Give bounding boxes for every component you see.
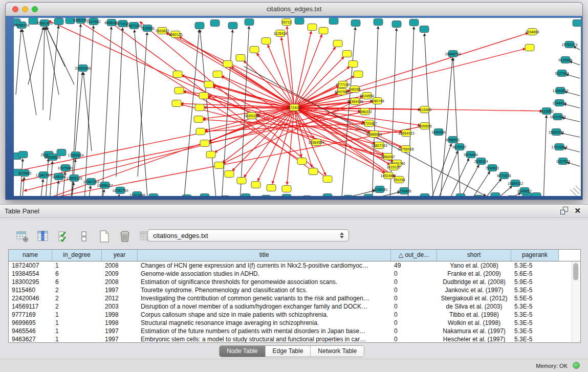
graph-node[interactable] [214, 162, 224, 169]
table-row[interactable]: 969969511998Structural magnetic resonanc… [9, 319, 580, 327]
graph-node[interactable]: 1167533 [556, 158, 570, 165]
window-titlebar[interactable]: citations_edges.txt [6, 3, 582, 16]
graph-node[interactable] [420, 26, 429, 33]
graph-node[interactable] [200, 140, 209, 147]
graph-node[interactable]: 9129996 [558, 57, 572, 63]
network-canvas[interactable]: 1872400795723112543419384554183002959777… [14, 18, 581, 196]
graph-node[interactable] [354, 71, 363, 78]
graph-node[interactable] [319, 28, 328, 34]
graph-node[interactable] [196, 128, 205, 135]
column-header-2[interactable]: year [102, 250, 138, 261]
table-row[interactable]: 1830029562008Estimation of significance … [9, 278, 580, 286]
column-header-5[interactable]: short [437, 250, 511, 261]
table-settings-icon[interactable] [15, 229, 30, 244]
graph-node[interactable] [374, 19, 383, 26]
graph-node[interactable]: 13505135 [66, 175, 82, 182]
table-row[interactable]: 1938455462009Genome-wide association stu… [9, 270, 580, 278]
table-row[interactable]: 911546021997Tourette syndrome. Phenomeno… [9, 286, 580, 294]
table-row[interactable]: 946554611997Estimation of the future num… [9, 327, 580, 335]
graph-node[interactable] [18, 151, 28, 158]
graph-node[interactable] [213, 71, 222, 78]
column-header-4[interactable]: △ out_de... [391, 250, 437, 261]
graph-node[interactable] [364, 194, 373, 196]
row-height-icon[interactable] [77, 229, 91, 244]
graph-node[interactable]: 7932621 [485, 165, 499, 171]
graph-node[interactable] [351, 20, 360, 27]
graph-node[interactable] [262, 195, 271, 196]
graph-node[interactable]: 8215953 [539, 108, 553, 115]
graph-node[interactable] [525, 45, 534, 51]
graph-node[interactable] [420, 194, 429, 196]
table-row[interactable]: 2242004622012Investigating the contribut… [9, 294, 580, 302]
column-selector-icon[interactable] [36, 229, 50, 244]
graph-node[interactable]: 6679197 [452, 144, 466, 150]
graph-node[interactable]: 95723 [281, 19, 292, 26]
graph-node[interactable] [237, 178, 246, 184]
graph-node[interactable] [173, 71, 182, 78]
graph-node[interactable]: 14135141 [372, 186, 387, 193]
graph-node[interactable] [343, 195, 353, 196]
graph-node[interactable]: 12093872 [552, 87, 568, 94]
graph-node[interactable] [573, 20, 581, 27]
float-panel-icon[interactable] [560, 207, 568, 214]
graph-node[interactable] [228, 23, 237, 29]
table-row[interactable]: 1456911722003Disruption of a novel membe… [9, 302, 580, 311]
graph-node[interactable]: 10975487 [57, 165, 73, 171]
memory-status-indicator[interactable] [573, 362, 580, 369]
graph-node[interactable] [182, 195, 191, 196]
graph-node[interactable] [267, 185, 276, 191]
graph-node[interactable]: 1154808 [526, 29, 539, 35]
graph-node[interactable]: 1115683 [18, 170, 31, 177]
graph-node[interactable] [195, 23, 204, 29]
graph-node[interactable]: 17016504 [551, 144, 567, 150]
graph-node[interactable] [236, 55, 245, 61]
graph-node[interactable] [297, 158, 307, 165]
graph-node[interactable] [342, 51, 352, 57]
graph-node[interactable]: 16958107 [97, 182, 113, 189]
column-header-0[interactable]: name [9, 250, 52, 261]
graph-node[interactable] [302, 196, 312, 196]
scrollbar-thumb[interactable] [573, 263, 578, 280]
column-header-3[interactable]: title [138, 250, 391, 261]
graph-node[interactable] [221, 196, 230, 196]
graph-node[interactable]: 16210643 [550, 114, 565, 120]
graph-node[interactable]: 752254 [393, 177, 405, 183]
graph-node[interactable] [262, 38, 271, 45]
graph-node[interactable]: 20691406 [36, 20, 52, 27]
graph-node[interactable] [333, 40, 342, 47]
graph-node[interactable] [329, 18, 338, 25]
graph-node[interactable]: 9474444 [464, 151, 477, 158]
graph-node[interactable] [210, 20, 220, 27]
graph-node[interactable] [200, 194, 209, 196]
select-rows-icon[interactable] [56, 229, 71, 244]
graph-node[interactable] [507, 196, 516, 196]
graph-node[interactable] [349, 61, 358, 68]
graph-node[interactable] [194, 116, 203, 123]
graph-node[interactable] [195, 104, 204, 111]
graph-node[interactable]: 1080748 [370, 98, 384, 104]
graph-node[interactable] [392, 21, 401, 28]
graph-node[interactable] [308, 24, 317, 31]
graph-node[interactable]: 1640954 [431, 129, 445, 136]
graph-node[interactable] [491, 193, 500, 196]
graph-node[interactable]: 20053346 [75, 65, 91, 72]
graph-node[interactable]: 9115460 [418, 106, 432, 113]
graph-node[interactable]: 15692971 [548, 129, 564, 136]
graph-node[interactable] [282, 186, 291, 192]
graph-node[interactable] [456, 194, 465, 196]
graph-node[interactable] [223, 61, 232, 68]
graph-node[interactable] [149, 194, 158, 196]
graph-node[interactable] [282, 194, 291, 196]
graph-node[interactable]: 8958921 [446, 137, 460, 143]
table-row[interactable]: 1872400712008Changes of HCN gene express… [9, 261, 580, 270]
graph-node[interactable] [474, 195, 483, 196]
graph-node[interactable]: 10654112 [508, 180, 524, 187]
graph-node[interactable] [204, 81, 213, 88]
graph-node[interactable]: 8471676 [497, 172, 511, 179]
graph-node[interactable] [225, 171, 234, 178]
graph-node[interactable] [409, 19, 419, 26]
graph-node[interactable] [54, 18, 63, 25]
graph-node[interactable]: 2935114 [474, 158, 488, 165]
graph-node[interactable] [172, 100, 181, 107]
graph-node[interactable]: 16782759 [112, 187, 128, 194]
